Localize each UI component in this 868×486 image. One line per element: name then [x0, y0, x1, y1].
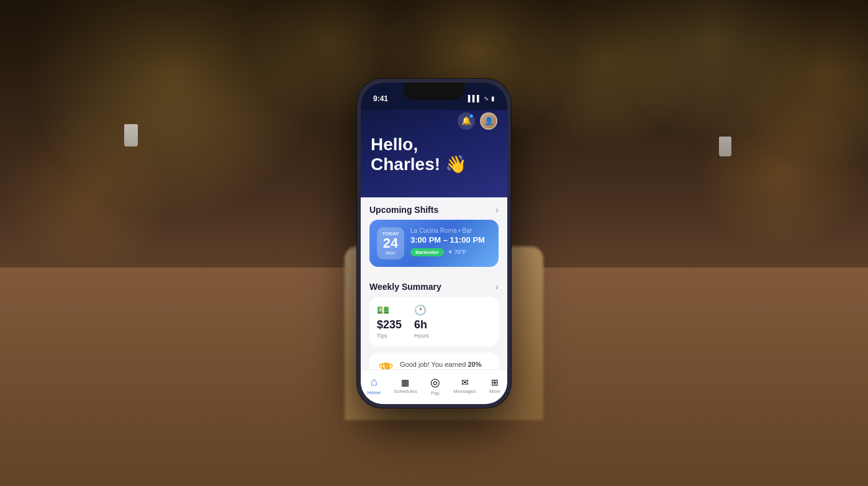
avatar[interactable]: 👤 [480, 112, 497, 130]
shift-venue-type: Bar [463, 227, 472, 234]
greeting-line2: Charles! 👋 [371, 155, 467, 174]
tips-value: $235 [377, 318, 402, 331]
notification-button[interactable]: 🔔 [458, 112, 475, 130]
home-label: Home [368, 390, 381, 395]
trophy-icon: 🏆 [378, 362, 394, 369]
home-icon: ⌂ [371, 376, 377, 389]
achievement-prefix: Good job! You earned [400, 361, 468, 368]
shift-card[interactable]: Today 24 Mon La Cucina Roma • Bar 3:00 P… [369, 220, 499, 267]
sun-icon: ☀ [448, 249, 453, 255]
avatar-image: 👤 [484, 117, 494, 125]
messages-label: Messages [453, 389, 476, 394]
decorative-cup-left [124, 124, 138, 146]
phone-notch [403, 83, 465, 100]
shift-date-number: 24 [382, 236, 399, 250]
shift-tags: Bartender ☀ 70°F [410, 248, 491, 256]
shift-venue: La Cucina Roma • Bar [410, 227, 491, 234]
phone-mockup: 9:41 ▌▌▌ ∿ ▮ 🔔 👤 [357, 79, 511, 408]
header-actions: 🔔 👤 [371, 112, 497, 130]
schedules-icon: ▦ [401, 377, 409, 387]
decorative-cup-right [719, 137, 731, 156]
shift-info: La Cucina Roma • Bar 3:00 PM – 11:00 PM … [410, 227, 491, 259]
phone-screen: 9:41 ▌▌▌ ∿ ▮ 🔔 👤 [361, 83, 507, 404]
greeting-line1: Hello, [371, 135, 418, 154]
schedules-label: Schedules [394, 389, 417, 394]
bottom-nav: ⌂ Home ▦ Schedules ◎ Pay ✉ Messages ⊞ [361, 369, 507, 404]
upcoming-shifts-arrow[interactable]: › [495, 205, 499, 215]
wifi-icon: ∿ [484, 95, 489, 102]
nav-more[interactable]: ⊞ More [484, 375, 505, 397]
messages-icon: ✉ [461, 377, 469, 387]
notification-badge [469, 114, 474, 119]
pay-label: Pay [431, 390, 440, 396]
nav-messages[interactable]: ✉ Messages [448, 375, 481, 397]
status-time: 9:41 [373, 94, 388, 103]
weekly-summary-title: Weekly Summary [369, 282, 441, 292]
tips-label: Tips [377, 333, 402, 339]
weekly-summary-header: Weekly Summary › [369, 282, 499, 292]
summary-card: 💵 $235 Tips 🕐 6h Hours [369, 297, 499, 346]
hours-value: 6h [414, 318, 429, 331]
nav-home[interactable]: ⌂ Home [363, 373, 386, 398]
hours-summary: 🕐 6h Hours [414, 304, 429, 339]
achievement-banner: 🏆 Good job! You earned 20% more than las… [369, 353, 499, 369]
more-label: More [489, 389, 500, 394]
upcoming-shifts-title: Upcoming Shifts [369, 205, 438, 215]
phone-device: 9:41 ▌▌▌ ∿ ▮ 🔔 👤 [357, 79, 511, 408]
nav-schedules[interactable]: ▦ Schedules [389, 375, 422, 397]
shift-venue-separator: • [458, 227, 462, 234]
signal-icon: ▌▌▌ [468, 95, 481, 102]
greeting-text: Hello, Charles! 👋 [371, 135, 497, 174]
shift-venue-name: La Cucina Roma [410, 227, 456, 234]
shift-date-block: Today 24 Mon [377, 227, 404, 259]
tips-icon: 💵 [377, 304, 402, 316]
weekly-summary-section: Weekly Summary › 💵 $235 Tips 🕐 [361, 274, 507, 346]
shift-role-tag: Bartender [410, 248, 444, 256]
battery-icon: ▮ [491, 95, 495, 102]
achievement-text: Good job! You earned 20% more than last … [400, 360, 490, 369]
shift-temp: 70°F [454, 249, 466, 255]
upcoming-shifts-section: Upcoming Shifts › Today 24 Mon La Cucina… [361, 197, 507, 267]
shift-time: 3:00 PM – 11:00 PM [410, 235, 491, 245]
hours-label: Hours [414, 333, 429, 339]
upcoming-shifts-header: Upcoming Shifts › [369, 205, 499, 215]
greeting-section: Hello, Charles! 👋 [371, 135, 497, 174]
shift-date-day: Mon [382, 250, 399, 256]
pay-icon: ◎ [430, 376, 440, 389]
status-icons: ▌▌▌ ∿ ▮ [468, 95, 495, 102]
nav-pay[interactable]: ◎ Pay [425, 373, 445, 398]
hours-icon: 🕐 [414, 304, 429, 316]
tips-summary: 💵 $235 Tips [377, 304, 402, 339]
shift-weather: ☀ 70°F [448, 249, 466, 255]
weekly-summary-arrow[interactable]: › [495, 282, 499, 292]
app-content[interactable]: Upcoming Shifts › Today 24 Mon La Cucina… [361, 197, 507, 369]
more-icon: ⊞ [491, 377, 499, 387]
